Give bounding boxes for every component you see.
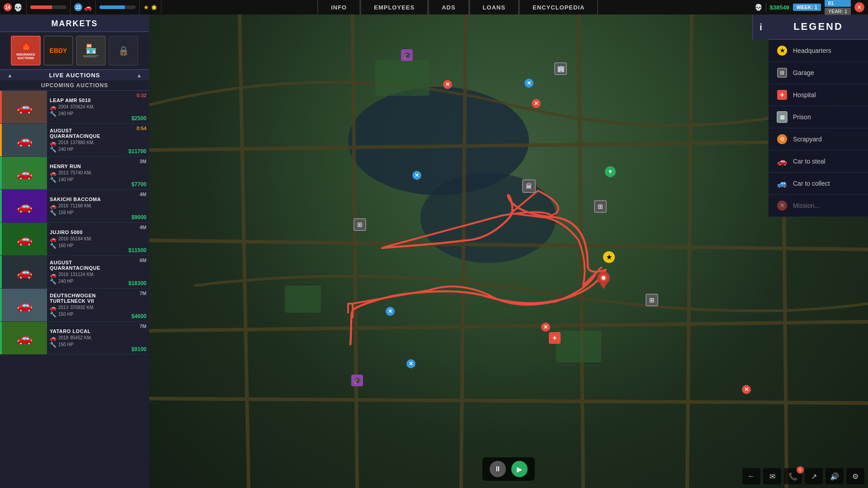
tab-ebdy[interactable]: EBDY [43, 36, 73, 66]
extra-legend-icon: ✕ [777, 200, 788, 211]
day-display: 01 [825, 0, 851, 7]
chevron-up-icon[interactable]: ▲ [7, 72, 13, 79]
pause-button[interactable]: ⏸ [490, 461, 506, 477]
mail-button[interactable]: ✉ [763, 468, 781, 484]
nav-employees[interactable]: EMPLOYEES [360, 0, 428, 14]
car-icon: 🚗 [50, 203, 57, 209]
share-button[interactable]: ↗ [805, 468, 823, 484]
car-thumbnail-icon: 🚗 [17, 265, 33, 280]
car-list[interactable]: 🚗 LEAP AMR 5010 🚗 2004 370624 KM. 🔧 240 … [0, 91, 149, 488]
map-icon-x1: ✕ [443, 80, 452, 89]
car-list-item[interactable]: 🚗 AUGUST QUARANTACINQUE 🚗 2018 131124 KM… [0, 256, 149, 289]
car-price: $11500 [128, 247, 146, 253]
map-icon-hospital: + [549, 332, 561, 344]
car-hp-row: 🔧 150 HP [50, 311, 119, 318]
car-icon: 🚗 [50, 335, 57, 341]
close-btn[interactable]: ✕ [854, 2, 864, 12]
map-icon-school: 🎓 [401, 49, 413, 61]
prison-legend-icon: ▦ [777, 112, 788, 122]
svg-line-10 [687, 14, 692, 488]
car-details: SAKICHI BACCOMA 🚗 2016 71168 KM. 🔧 159 H… [47, 190, 122, 222]
nav-ads[interactable]: ADS [428, 0, 469, 14]
nav-loans[interactable]: LOANS [469, 0, 519, 14]
car-list-item[interactable]: 🚗 YATARO LOCAL 🚗 2018 85452 KM. 🔧 150 HP… [0, 322, 149, 355]
car-list-item[interactable]: 🚗 AUGUST QUARANTACINQUE 🚗 2018 137880 KM… [0, 124, 149, 157]
hq-icon: ★ [777, 46, 787, 56]
car-right: 4M $9000 [122, 190, 149, 222]
scrapyard-label: Scrapyard [793, 136, 822, 143]
fuel-fill [99, 5, 125, 9]
car-thumbnail: 🚗 [2, 322, 47, 354]
back-button[interactable]: ← [742, 468, 760, 484]
car-icon: 🚗 [84, 4, 92, 11]
map-icon-building2: ⊞ [594, 200, 607, 213]
legend-hospital[interactable]: + Hospital [769, 84, 868, 106]
tab-market[interactable]: 🏪 MARKET [76, 36, 106, 66]
legend-garage[interactable]: ⊞ Garage [769, 62, 868, 84]
car-list-item[interactable]: 🚗 JUJIRO 5000 🚗 2016 55184 KM. 🔧 160 HP … [0, 223, 149, 256]
garage-icon: ▼ [605, 166, 616, 177]
building-icon-2: ⊞ [594, 200, 607, 213]
xp-fill [30, 5, 52, 9]
phone-button[interactable]: 📞 5 [784, 468, 802, 484]
svg-line-7 [353, 14, 357, 488]
car-name: DEUTSCHWOGEN TURTLENECK VII [50, 293, 119, 304]
car-details: LEAP AMR 5010 🚗 2004 370624 KM. 🔧 240 HP [47, 91, 122, 123]
car-list-item[interactable]: 🚗 HENRY RUN 🚗 2013 75740 KM. 🔧 140 HP 3M… [0, 157, 149, 190]
hospital-legend-icon: + [777, 89, 788, 100]
year-display: YEAR: 1 [825, 8, 851, 15]
car-details: HENRY RUN 🚗 2013 75740 KM. 🔧 140 HP [47, 157, 122, 189]
car-km: 71168 KM. [70, 203, 92, 208]
car-list-item[interactable]: 🚗 DEUTSCHWOGEN TURTLENECK VII 🚗 2013 370… [0, 289, 149, 322]
legend-extra[interactable]: ✕ Mission... [769, 195, 868, 217]
chevron-down-icon[interactable]: ▲ [137, 72, 142, 79]
car-list-item[interactable]: 🚗 LEAP AMR 5010 🚗 2004 370624 KM. 🔧 240 … [0, 91, 149, 124]
legend-scrapyard[interactable]: ⚙ Scrapyard [769, 128, 868, 150]
play-button[interactable]: ▶ [511, 461, 528, 477]
settings-button[interactable]: ⚙ [846, 468, 864, 484]
badge-3: 🌟 [151, 5, 157, 10]
car-collect-label: Car to collect [793, 180, 830, 187]
marker-x-3: ✕ [532, 99, 541, 108]
badge-1: 14 [4, 3, 12, 11]
legend-car-steal[interactable]: 🚗 Car to steal [769, 150, 868, 173]
car-km: 370624 KM. [70, 104, 94, 109]
car-details: AUGUST QUARANTACINQUE 🚗 2018 137880 KM. … [47, 124, 122, 156]
bottom-right-controls: ← ✉ 📞 5 ↗ 🔊 ⚙ [742, 468, 864, 484]
wrench-icon: 🔧 [50, 177, 57, 183]
map-icon-x6: ✕ [386, 307, 395, 316]
car-thumbnail: 🚗 [2, 223, 47, 255]
car-list-item[interactable]: 🚗 SAKICHI BACCOMA 🚗 2016 71168 KM. 🔧 159… [0, 190, 149, 223]
extra-label: Mission... [793, 202, 820, 209]
svg-point-18 [602, 276, 605, 280]
legend-prison[interactable]: ▦ Prison [769, 106, 868, 128]
headquarters-legend-icon: ★ [777, 45, 788, 56]
collect-car-icon: 🚙 [777, 178, 787, 188]
nav-encyclopedia[interactable]: ENCYCLOPEDIA [519, 0, 598, 14]
car-icon: 🚗 [50, 272, 57, 278]
map-area[interactable]: 🎓 🏢 ✕ ✕ ✕ 🏛 ⊞ ✕ ⊞ ▼ ★ [149, 14, 868, 488]
car-right: 7M $4600 [122, 289, 149, 321]
nav-info[interactable]: INFO [317, 0, 360, 14]
car-name: LEAP AMR 5010 [50, 98, 119, 103]
car-name: YATARO LOCAL [50, 328, 119, 334]
extra-icon: ✕ [777, 201, 787, 211]
headquarters-icon: ★ [603, 251, 615, 263]
tab-insurance[interactable]: 🍁 INSURANCEAUCTIONS [11, 36, 41, 66]
tab-locked[interactable]: 🔒 [108, 36, 138, 66]
svg-line-6 [240, 14, 249, 488]
map-icon-x5: ⊞ [354, 218, 366, 231]
svg-line-8 [461, 14, 466, 488]
car-km: 85452 KM. [70, 335, 92, 340]
volume-button[interactable]: 🔊 [826, 468, 844, 484]
car-hp: 240 HP [58, 279, 73, 284]
car-right: 0:32 $2500 [122, 91, 149, 123]
car-details: YATARO LOCAL 🚗 2018 85452 KM. 🔧 150 HP [47, 322, 122, 354]
map-icon-x11: 🎓 [351, 375, 363, 386]
car-hp-row: 🔧 159 HP [50, 210, 119, 216]
info-button[interactable]: i [752, 14, 769, 40]
car-thumbnail: 🚗 [2, 91, 47, 123]
legend-headquarters[interactable]: ★ Headquarters [769, 40, 868, 62]
legend-car-collect[interactable]: 🚙 Car to collect [769, 173, 868, 195]
car-name: HENRY RUN [50, 164, 119, 169]
